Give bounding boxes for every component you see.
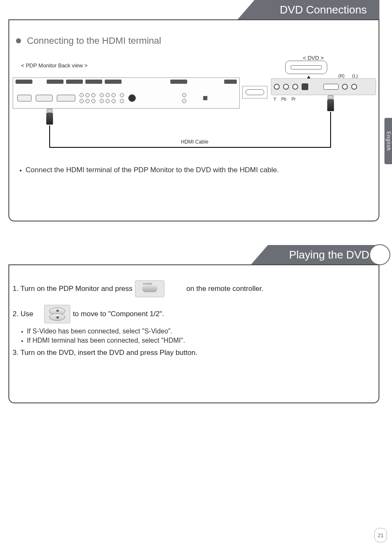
instruction: Connect the HDMI terminal of the PDP Mon… [26,166,279,174]
section-header-dvd-connections: DVD Connections [254,0,379,19]
label-dvd: < DVD > [303,55,324,61]
step-3: 3. Turn on the DVD, insert the DVD and p… [13,349,375,357]
label-pr: Pr [291,97,296,101]
subheading: Connecting to the HDMI terminal [16,35,379,46]
source-button-illustration [135,280,164,297]
page-number-text: 21 [378,532,384,538]
hdmi-plug-left [46,109,53,125]
bullet-small-icon: ● [19,168,22,173]
section-hdmi-connection: Connecting to the HDMI terminal < PDP Mo… [8,29,379,223]
step-1: 1. Turn on the PDP Monitor and press on … [13,280,375,297]
dvd-back-panel [271,78,376,95]
label-y: Y [273,97,276,101]
label-l: (L) [352,73,358,78]
header-text: DVD Connections [280,3,367,16]
note1-text: If S-Video has been connected, select "S… [27,328,172,335]
connection-diagram: < PDP Monitor Back view > < DVD > [13,55,375,160]
component-labels: Y Pb Pr [273,97,296,101]
dvi-port-box [242,86,268,99]
bullet-small-icon: ● [21,330,23,334]
step-2: 2. Use to move to "Component 1/2". [13,305,375,323]
label-hdmi-cable: HDMI Cable [181,139,208,145]
note2-text: If HDMI terminal has been connected, sel… [27,337,185,344]
step1-part-b: on the remote controller. [186,285,263,293]
bullet-icon [16,38,21,43]
language-tab: English [384,118,392,164]
source-button-icon [142,285,157,292]
subheading-text: Connecting to the HDMI terminal [27,35,161,46]
section-header-playing-dvd: Playing the DVD [268,245,379,264]
nav-button-icon [49,307,65,321]
pdp-back-panel [13,77,240,109]
rl-labels: (R) (L) [338,73,358,78]
step2-part-a: 2. Use [13,310,33,318]
step2-part-b: to move to "Component 1/2". [73,310,164,318]
dvd-player-illustration [285,61,327,74]
nav-button-illustration [44,305,70,323]
section-playing-dvd: 1. Turn on the PDP Monitor and press on … [13,276,375,361]
label-backview: < PDP Monitor Back view > [21,62,87,69]
label-pb: Pb [281,97,286,101]
step1-part-a: 1. Turn on the PDP Monitor and press [13,285,132,293]
page-number: 21 [374,528,387,542]
note-svideo: ● If S-Video has been connected, select … [21,328,375,335]
circle-decoration [369,244,390,265]
label-r: (R) [338,73,344,78]
side-tab-text: English [386,131,392,151]
hdmi-plug-right [327,95,334,112]
instruction-text: ● Connect the HDMI terminal of the PDP M… [19,164,379,176]
step3-text: 3. Turn on the DVD, insert the DVD and p… [13,349,197,357]
header2-text: Playing the DVD [289,248,369,261]
note-hdmi: ● If HDMI terminal has been connected, s… [21,337,375,344]
bullet-small-icon: ● [21,339,23,343]
